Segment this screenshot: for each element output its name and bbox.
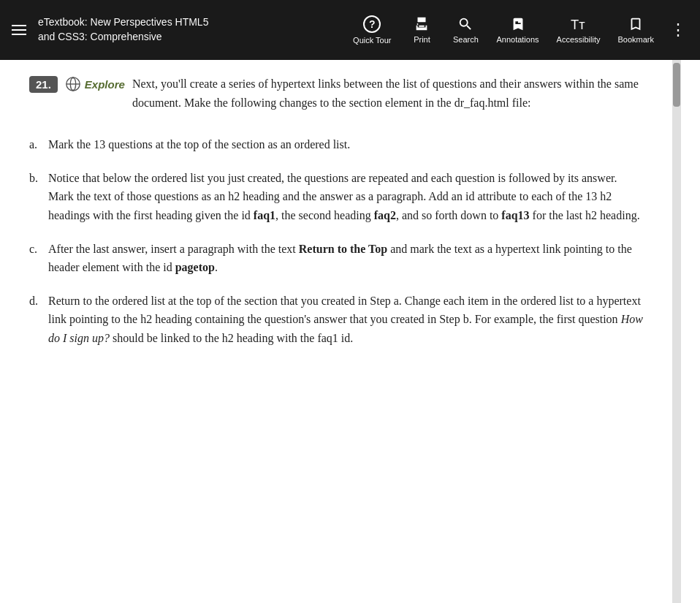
list-item: d. Return to the ordered list at the top…	[29, 292, 643, 348]
scrollbar-track	[672, 60, 681, 603]
explore-label: Explore	[85, 78, 125, 91]
list-content-b: Notice that below the ordered list you j…	[48, 169, 643, 225]
instructions-list: a. Mark the 13 questions at the top of t…	[29, 135, 643, 347]
search-button[interactable]: Search	[444, 10, 487, 50]
topbar: eTextbook: New Perspectives HTML5 and CS…	[0, 0, 700, 60]
faq13-ref: faq13	[501, 209, 529, 221]
bookmark-label: Bookmark	[617, 35, 654, 44]
svg-text:Tт: Tт	[571, 17, 585, 32]
list-content-c: After the last answer, insert a paragrap…	[48, 240, 643, 277]
return-top-ref: Return to the Top	[299, 243, 387, 255]
step-header: 21. Explore Next, you'll create a series…	[29, 75, 643, 126]
list-label-a: a.	[29, 135, 41, 154]
search-icon	[457, 16, 473, 32]
example-question: How do I sign up?	[48, 313, 643, 344]
list-content-d: Return to the ordered list at the top of…	[48, 292, 643, 348]
quick-tour-label: Quick Tour	[353, 36, 391, 45]
print-label: Print	[414, 35, 430, 44]
faq2-ref: faq2	[374, 209, 396, 221]
list-label-d: d.	[29, 292, 41, 311]
app-title: eTextbook: New Perspectives HTML5 and CS…	[32, 15, 344, 44]
search-label: Search	[453, 35, 479, 44]
list-item: c. After the last answer, insert a parag…	[29, 240, 643, 277]
accessibility-label: Accessibility	[557, 35, 601, 44]
list-item: a. Mark the 13 questions at the top of t…	[29, 135, 643, 154]
content-area: 21. Explore Next, you'll create a series…	[0, 60, 672, 603]
bookmark-button[interactable]: Bookmark	[609, 10, 663, 50]
pagetop-ref: pagetop	[175, 261, 215, 273]
quick-tour-button[interactable]: ? Quick Tour	[344, 10, 400, 50]
print-icon	[414, 16, 430, 32]
list-label-b: b.	[29, 169, 41, 188]
list-item: b. Notice that below the ordered list yo…	[29, 169, 643, 225]
list-label-c: c.	[29, 240, 41, 259]
bookmark-icon	[628, 16, 644, 32]
toolbar-actions: ? Quick Tour Print Search Annotations Tт…	[344, 10, 694, 50]
page-wrapper: 21. Explore Next, you'll create a series…	[0, 60, 700, 603]
step-number: 21.	[29, 76, 58, 93]
accessibility-button[interactable]: Tт Accessibility	[548, 10, 609, 50]
annotations-icon	[510, 16, 526, 32]
accessibility-icon: Tт	[571, 16, 587, 32]
print-button[interactable]: Print	[400, 10, 444, 50]
menu-button[interactable]	[6, 19, 32, 41]
faq1-ref: faq1	[254, 209, 275, 221]
scrollbar-thumb[interactable]	[673, 63, 680, 107]
annotations-label: Annotations	[496, 35, 539, 44]
explore-badge: Explore	[65, 76, 125, 92]
more-button[interactable]: ⋮	[663, 15, 694, 45]
step-intro: Next, you'll create a series of hypertex…	[132, 75, 643, 112]
explore-globe-icon	[65, 76, 81, 92]
question-circle-icon: ?	[363, 15, 381, 33]
annotations-button[interactable]: Annotations	[487, 10, 547, 50]
list-content-a: Mark the 13 questions at the top of the …	[48, 135, 643, 154]
